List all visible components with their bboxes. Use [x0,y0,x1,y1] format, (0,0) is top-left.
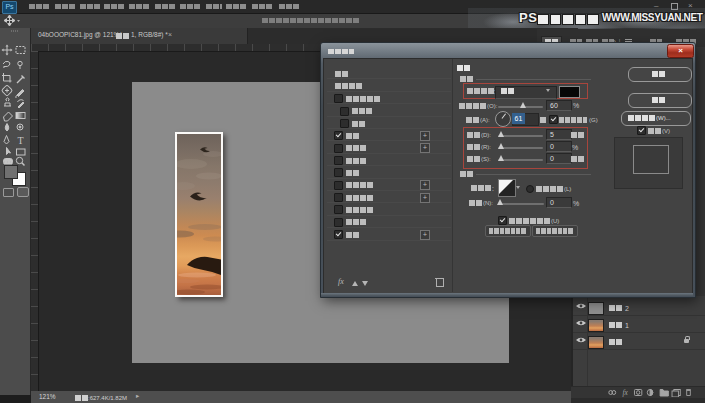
svg-text:fx: fx [623,388,629,397]
svg-text:T: T [18,135,24,146]
